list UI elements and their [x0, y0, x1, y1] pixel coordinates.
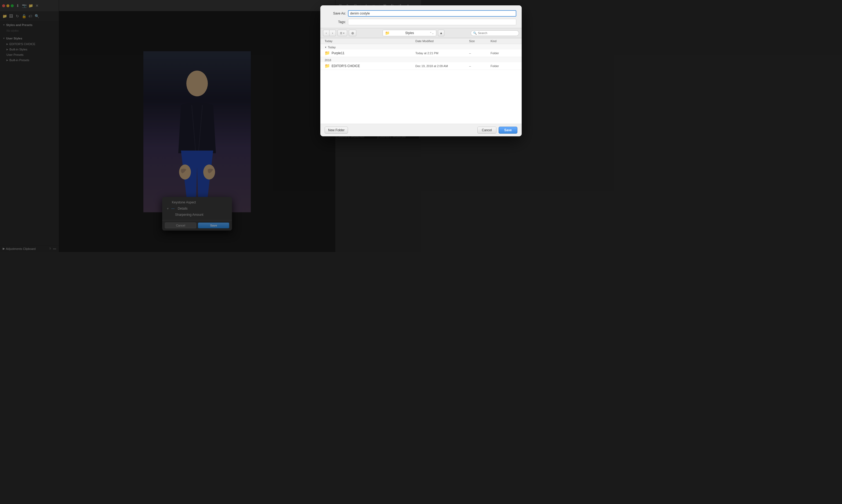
location-dropdown[interactable]: 📁 Styles ⌃⌄	[383, 30, 421, 36]
file-row-editors-choice[interactable]: 📁 EDITOR'S CHOICE Dec 19, 2018 at 2:09 A…	[320, 62, 421, 70]
list-view-button[interactable]: ☰▼	[337, 30, 347, 36]
purple11-label: Purple11	[332, 51, 345, 55]
save-as-label: Save As:	[326, 12, 346, 15]
folder-icon-purple11: 📁	[324, 51, 330, 56]
app-window: ⬇ 📷 📁 ✕ 📁 🖼 ↻ 🔒 🏷 🔍 ▼ Styles and Presets…	[0, 0, 421, 252]
tags-input[interactable]	[348, 19, 421, 25]
file-name-purple11: 📁 Purple11	[324, 51, 415, 56]
nav-back-forward-group: ‹ ›	[323, 30, 336, 36]
save-dialog-header: Save As: Tags:	[320, 5, 421, 28]
section-today: ▼ Today	[320, 44, 421, 49]
editors-choice-file-label: EDITOR'S CHOICE	[332, 64, 360, 68]
dialog-overlay: Save As: Tags: ‹ › ☰▼ ⊕	[0, 0, 421, 252]
purple11-date: Today at 2:21 PM	[415, 52, 421, 55]
save-dialog: Save As: Tags: ‹ › ☰▼ ⊕	[320, 5, 421, 136]
empty-file-area	[320, 70, 421, 123]
tags-label: Tags:	[326, 20, 346, 24]
new-folder-button[interactable]: New Folder	[324, 127, 348, 134]
forward-button[interactable]: ›	[330, 30, 336, 36]
col-today[interactable]: Today	[324, 39, 415, 43]
tags-row: Tags:	[326, 19, 421, 25]
save-as-input[interactable]	[348, 10, 421, 17]
section-2018: 2018	[320, 57, 421, 62]
file-list-header: Today Date Modified Size Kind	[320, 38, 421, 44]
col-date-modified[interactable]: Date Modified	[415, 39, 421, 43]
new-folder-nav-button[interactable]: ⊕	[349, 30, 356, 36]
dialog-footer: New Folder Cancel Save	[320, 124, 421, 136]
folder-icon-editors: 📁	[324, 63, 330, 69]
dialog-nav: ‹ › ☰▼ ⊕ 📁 Styles ⌃⌄ ▲ 🔍	[320, 28, 421, 38]
location-folder-icon: 📁	[385, 31, 390, 35]
file-name-editors-choice: 📁 EDITOR'S CHOICE	[324, 63, 415, 69]
back-button[interactable]: ‹	[323, 30, 330, 36]
file-row-purple11[interactable]: 📁 Purple11 Today at 2:21 PM -- Folder	[320, 49, 421, 57]
editors-choice-date: Dec 19, 2018 at 2:09 AM	[415, 65, 421, 68]
2018-section-label: 2018	[324, 58, 331, 62]
dialog-file-list: Today Date Modified Size Kind ▼ Today 📁 …	[320, 38, 421, 124]
today-section-label: Today	[328, 46, 336, 49]
today-section-arrow-icon: ▼	[324, 46, 327, 49]
path-selector: 📁 Styles ⌃⌄ ▲	[358, 30, 421, 36]
save-as-row: Save As:	[326, 10, 421, 17]
location-label: Styles	[405, 31, 414, 35]
